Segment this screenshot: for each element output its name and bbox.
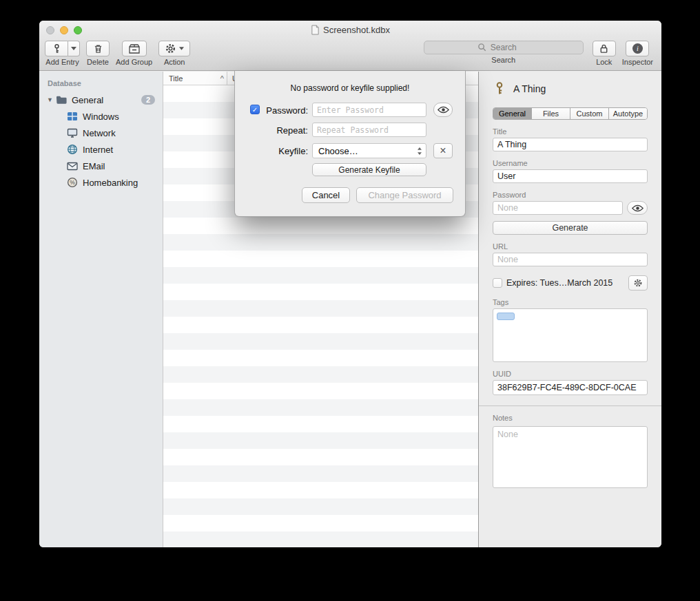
sheet-message: No password or keyfile supplied! — [235, 83, 465, 93]
tab-files[interactable]: Files — [531, 108, 570, 119]
traffic-lights — [46, 26, 82, 34]
repeat-label: Repeat: — [256, 125, 308, 136]
notes-textarea[interactable] — [493, 426, 648, 488]
window-chrome: Screenshot.kdbx Add Entry D — [39, 21, 661, 71]
minimize-button[interactable] — [60, 26, 68, 34]
uuid-label: UUID — [493, 370, 648, 378]
svg-text:%: % — [70, 179, 75, 186]
inspector-tab-bar: General Files Custom Autotype — [493, 107, 648, 120]
add-group-button[interactable] — [122, 41, 147, 56]
delete-button[interactable] — [86, 41, 110, 56]
key-icon — [52, 43, 62, 54]
chevron-down-icon — [71, 47, 76, 50]
generate-password-button[interactable]: Generate — [493, 221, 648, 235]
tab-custom[interactable]: Custom — [570, 108, 608, 119]
tab-autotype[interactable]: Autotype — [608, 108, 647, 119]
trash-icon — [93, 43, 103, 54]
inspector-header: A Thing — [493, 81, 648, 96]
enter-password-input[interactable] — [312, 103, 426, 117]
toolbar-item-add-entry: Add Entry — [45, 41, 80, 66]
sidebar: Database ▼ General 2 Windows Network Int… — [39, 72, 163, 547]
info-icon: i — [632, 43, 643, 54]
url-field[interactable] — [493, 253, 648, 266]
popup-arrows-icon — [417, 147, 422, 156]
sidebar-item-label: Windows — [83, 112, 119, 122]
uuid-field[interactable] — [493, 380, 648, 395]
column-header-title[interactable]: Title ^ — [163, 72, 227, 85]
reveal-password-button[interactable] — [627, 201, 648, 215]
sidebar-item-email[interactable]: EMail — [39, 158, 163, 174]
sidebar-item-general[interactable]: ▼ General 2 — [39, 92, 163, 108]
username-field[interactable] — [493, 169, 648, 183]
add-entry-button[interactable] — [45, 41, 68, 56]
title-field-label: Title — [493, 127, 648, 136]
lock-label: Lock — [596, 58, 612, 66]
lock-button[interactable] — [593, 41, 616, 56]
sort-ascending-icon: ^ — [220, 74, 224, 83]
key-icon — [493, 81, 506, 96]
folder-icon — [56, 95, 68, 105]
cancel-button[interactable]: Cancel — [302, 187, 350, 203]
chevron-down-icon — [179, 47, 184, 50]
inspector-label: Inspector — [622, 58, 653, 66]
app-window: Screenshot.kdbx Add Entry D — [39, 21, 661, 547]
inspector-button[interactable]: i — [626, 41, 649, 56]
tags-box[interactable] — [493, 308, 648, 362]
add-entry-label: Add Entry — [45, 58, 79, 66]
network-icon — [67, 127, 78, 138]
sidebar-item-label: EMail — [83, 161, 105, 171]
globe-icon — [67, 144, 78, 155]
entry-count-badge: 2 — [141, 95, 155, 105]
toolbar-item-inspector: i Inspector — [622, 41, 653, 66]
title-field[interactable] — [493, 138, 648, 151]
inspector-panel: A Thing General Files Custom Autotype Ti… — [479, 72, 661, 547]
sidebar-item-label: Network — [83, 128, 116, 138]
repeat-password-input[interactable] — [312, 123, 426, 137]
keyfile-popup-button[interactable]: Choose… — [312, 143, 426, 158]
sidebar-item-internet[interactable]: Internet — [39, 141, 163, 158]
username-field-label: Username — [493, 159, 648, 167]
notes-label: Notes — [493, 414, 648, 422]
windows-icon — [67, 111, 78, 122]
zoom-button[interactable] — [74, 26, 82, 34]
reveal-password-button[interactable] — [433, 103, 453, 117]
disclosure-triangle-icon[interactable]: ▼ — [47, 96, 56, 103]
gear-icon — [633, 278, 643, 288]
keyfile-selected-value: Choose… — [318, 146, 358, 156]
toolbar-item-add-group: Add Group — [116, 41, 152, 66]
sidebar-item-label: Homebanking — [83, 178, 138, 188]
toolbar-item-delete: Delete — [86, 41, 110, 66]
action-label: Action — [164, 58, 185, 66]
add-entry-dropdown-button[interactable] — [68, 41, 80, 56]
sidebar-item-label: General — [72, 95, 103, 105]
toolbar-item-action: Action — [158, 41, 190, 66]
group-box-icon — [128, 43, 141, 54]
expires-label: Expires: Tues…March 2015 — [506, 278, 624, 288]
window-title: Screenshot.kdbx — [323, 25, 390, 35]
tab-general[interactable]: General — [493, 108, 531, 119]
lock-icon — [599, 43, 609, 54]
password-label: Password: — [256, 105, 308, 116]
sidebar-item-network[interactable]: Network — [39, 125, 163, 141]
window-title-group: Screenshot.kdbx — [311, 25, 390, 35]
sidebar-item-label: Internet — [83, 145, 113, 155]
clear-keyfile-button[interactable]: × — [433, 143, 453, 158]
action-button[interactable] — [158, 41, 190, 56]
close-button[interactable] — [46, 26, 54, 34]
coin-percent-icon: % — [67, 177, 78, 188]
tag-chip[interactable] — [497, 313, 515, 320]
inspector-divider — [479, 405, 661, 406]
eye-icon — [632, 204, 644, 212]
password-field[interactable] — [493, 201, 623, 215]
search-input[interactable] — [424, 41, 584, 54]
expires-checkbox[interactable] — [493, 278, 502, 288]
change-password-button: Change Password — [356, 187, 453, 203]
sidebar-item-windows[interactable]: Windows — [39, 108, 163, 125]
password-field-label: Password — [493, 191, 648, 199]
sidebar-item-homebanking[interactable]: % Homebanking — [39, 174, 163, 191]
eye-icon — [438, 106, 449, 114]
sidebar-section-header: Database — [39, 78, 163, 92]
tags-label: Tags — [493, 298, 648, 306]
expires-settings-button[interactable] — [628, 275, 648, 291]
generate-keyfile-button[interactable]: Generate Keyfile — [312, 163, 426, 176]
